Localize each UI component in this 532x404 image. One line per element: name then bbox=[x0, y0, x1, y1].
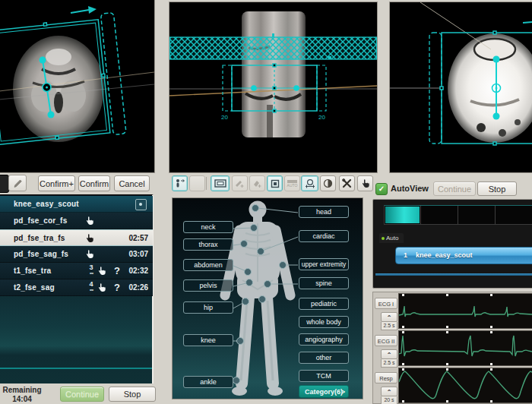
cancel-button[interactable]: Cancel bbox=[114, 175, 150, 191]
ecg2-label[interactable]: ECG II bbox=[375, 335, 397, 346]
pencil-plus-icon bbox=[235, 178, 245, 188]
fov-size-label-right: 20 bbox=[318, 114, 325, 121]
continue-button[interactable]: Continue bbox=[60, 387, 104, 402]
protocol-row-t1-fse-tra[interactable]: 3∞ t1_fse_tra ? 02:32 bbox=[0, 263, 153, 279]
anatomy-button-upper-extremity[interactable]: upper extremity bbox=[299, 258, 349, 270]
confirm-button[interactable]: Confirm bbox=[78, 175, 110, 191]
anatomy-button-whole-body[interactable]: whole body bbox=[299, 316, 349, 328]
anatomy-button-abdomen[interactable]: abdomen bbox=[183, 259, 233, 271]
ecg1-trace-area bbox=[398, 293, 532, 329]
anatomy-button-spine[interactable]: spine bbox=[299, 277, 349, 289]
anatomy-button-tcm[interactable]: TCM bbox=[299, 370, 349, 382]
autoview-checkbox[interactable]: ✓ bbox=[375, 183, 388, 195]
anatomy-button-hip[interactable]: hip bbox=[183, 301, 233, 314]
link-icon: ∞ bbox=[87, 288, 96, 292]
stop-button[interactable]: Stop bbox=[109, 387, 156, 402]
patient-position-button[interactable] bbox=[172, 175, 188, 191]
anatomy-button-head[interactable]: head bbox=[299, 206, 349, 218]
protocol-name: knee_easy_scout bbox=[14, 200, 79, 208]
task-index: 1 bbox=[404, 251, 407, 259]
progress-divider-line bbox=[0, 368, 152, 369]
anatomy-button-thorax[interactable]: thorax bbox=[183, 238, 233, 251]
coronal-knee-mri-with-sat-band-and-fov: 20 20 bbox=[169, 2, 377, 172]
ecg2-scale-control[interactable]: ⌃ 2.5 s bbox=[381, 349, 397, 368]
blank-tool-button bbox=[189, 175, 205, 191]
protocol-time: 02:32 bbox=[128, 267, 148, 275]
timeline-baseline bbox=[375, 273, 532, 276]
resp-label[interactable]: Resp bbox=[375, 372, 397, 383]
remaining-time-display: Remaining 14:04 bbox=[0, 386, 44, 404]
physio-waveform-panel: ECG I ⌃ 2.5 s ECG II ⌃ 2.5 s bbox=[372, 292, 532, 404]
protocol-row-pd-fse-tra-fs[interactable]: pd_fse_tra_fs 02:57 bbox=[0, 229, 153, 246]
ecg2-trace bbox=[399, 331, 532, 365]
anatomy-button-pelvis[interactable]: pelvis bbox=[183, 279, 233, 292]
scout-save-icon[interactable] bbox=[135, 199, 147, 210]
chevron-right-icon: > bbox=[341, 386, 345, 398]
add-slice-group-button bbox=[232, 175, 248, 191]
anatomy-button-other[interactable]: other bbox=[299, 352, 349, 364]
protocol-time: 02:26 bbox=[128, 283, 148, 292]
toolbar-divider bbox=[206, 177, 207, 190]
axial-knee-mri-bright-with-fov bbox=[390, 2, 532, 172]
scan-view-axial-right[interactable] bbox=[389, 2, 532, 173]
anatomy-button-knee[interactable]: knee bbox=[183, 334, 233, 346]
chevron-up-icon[interactable]: ⌃ bbox=[381, 349, 397, 359]
protocol-row-knee-easy-scout[interactable]: knee_easy_scout bbox=[0, 196, 153, 213]
protocol-name: pd_fse_sag_fs bbox=[14, 250, 68, 258]
auto-prescan-button: AUTO bbox=[284, 175, 300, 191]
graphic-rx-button[interactable] bbox=[211, 175, 230, 191]
anatomy-button-ankle[interactable]: ankle bbox=[183, 376, 233, 388]
shim-volume-button[interactable] bbox=[267, 175, 283, 191]
autoview-stop-button[interactable]: Stop bbox=[477, 181, 517, 196]
waveform-row-ecg1: ECG I ⌃ 2.5 s bbox=[373, 293, 532, 330]
remaining-value: 14:04 bbox=[0, 395, 44, 404]
protocol-name: t1_fse_tra bbox=[14, 267, 51, 275]
question-badge: ? bbox=[114, 265, 120, 276]
ecg1-scale-value: 2.5 s bbox=[381, 322, 397, 330]
anatomy-button-angiography[interactable]: angiography bbox=[299, 333, 349, 346]
autoview-label: AutoView bbox=[391, 184, 429, 193]
hand-copy-icon bbox=[97, 282, 106, 292]
autoview-continue-button[interactable]: Continue bbox=[433, 181, 476, 196]
anatomy-button-cardiac[interactable]: cardiac bbox=[299, 230, 349, 242]
grab-button[interactable] bbox=[357, 175, 373, 191]
chevron-up-icon[interactable]: ⌃ bbox=[381, 312, 397, 322]
shim-icon bbox=[305, 178, 315, 188]
resp-scale-control[interactable]: ⌃ 20 s bbox=[381, 387, 397, 404]
link-group-number: 3∞ bbox=[87, 264, 96, 276]
hand-copy-icon bbox=[85, 249, 94, 259]
protocol-time: 02:57 bbox=[128, 234, 148, 242]
check-icon: ✓ bbox=[378, 185, 385, 193]
shim-button[interactable] bbox=[301, 175, 318, 191]
tools-button[interactable] bbox=[339, 175, 355, 191]
protocol-row-t2-fse-sag[interactable]: 4∞ t2_fse_sag ? 02:26 bbox=[0, 279, 153, 296]
anatomy-button-neck[interactable]: neck bbox=[183, 221, 233, 233]
category-button[interactable]: Category(6) > bbox=[299, 385, 349, 398]
ecg1-scale-control[interactable]: ⌃ 2.5 s bbox=[381, 312, 397, 330]
chevron-up-icon[interactable]: ⌃ bbox=[381, 387, 397, 396]
protocol-name: pd_fse_tra_fs bbox=[14, 234, 65, 242]
edit-protocol-button[interactable] bbox=[8, 175, 27, 191]
scan-view-coronal-middle[interactable]: 20 20 bbox=[169, 2, 378, 173]
anatomy-button-pediatric[interactable]: pediatric bbox=[299, 298, 349, 310]
category-label: Category(6) bbox=[305, 388, 343, 396]
protocol-name: t2_fse_sag bbox=[14, 283, 55, 292]
scan-view-axial-left[interactable] bbox=[0, 0, 155, 173]
protocol-row-pd-fse-sag-fs[interactable]: pd_fse_sag_fs 03:07 bbox=[0, 246, 153, 263]
scan-progress-fill bbox=[385, 207, 420, 223]
auto-tab[interactable]: Auto bbox=[379, 233, 404, 243]
confirm-plus-button[interactable]: Confirm+ bbox=[38, 175, 75, 191]
protocol-row-pd-fse-cor-fs[interactable]: pd_fse_cor_fs bbox=[0, 213, 153, 229]
resp-trace bbox=[399, 368, 532, 402]
auto-status-dot bbox=[382, 237, 385, 240]
link-icon: ∞ bbox=[87, 271, 96, 276]
ecg1-label[interactable]: ECG I bbox=[375, 298, 397, 309]
task-name: knee_easy_scout bbox=[416, 251, 473, 259]
ecg1-trace bbox=[399, 294, 532, 328]
window-level-button[interactable] bbox=[320, 175, 336, 191]
saturation-band bbox=[169, 33, 377, 59]
remaining-label: Remaining bbox=[0, 386, 44, 395]
timeline-task-bar[interactable]: 1 knee_easy_scout bbox=[395, 247, 532, 264]
small-square-icon bbox=[271, 179, 280, 188]
resp-trace-area bbox=[398, 368, 532, 403]
